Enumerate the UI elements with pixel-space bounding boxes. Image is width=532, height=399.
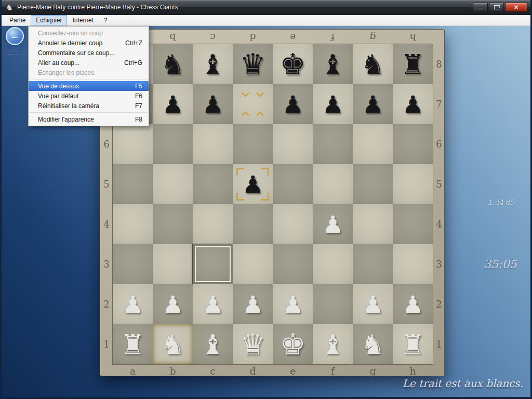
maximize-icon [494,5,499,9]
square-h1[interactable]: ♜ [393,324,433,364]
square-b4[interactable] [153,204,193,244]
square-f1[interactable]: ♝ [313,324,353,364]
back-button[interactable]: ← [6,27,24,45]
square-b3[interactable] [153,244,193,284]
black-pawn: ♟ [282,92,303,116]
rank-label-5: 5 [433,164,445,204]
square-d6[interactable] [233,124,273,164]
square-a3[interactable] [113,244,153,284]
menubar: PartieEchiquierInternet? [2,15,530,26]
square-b1[interactable]: ♞ [153,324,193,364]
rank-label-8: 8 [433,44,445,84]
menu-item-annuler-le-dernier-coup[interactable]: Annuler le dernier coupCtrl+Z [29,38,149,48]
menu-item-reinitialiser-la-camera[interactable]: Réinitialiser la caméraF7 [29,101,149,111]
menu-item-label: Modifier l'apparence [38,116,128,123]
rank-labels-right: 87654321 [433,44,445,364]
menu-item-label: Vue par défaut [38,92,128,100]
rank-label-4: 4 [433,204,445,244]
file-label-d: d [233,31,273,43]
white-rook: ♜ [121,331,145,358]
square-c5[interactable] [193,164,233,204]
square-d3[interactable] [233,244,273,284]
square-d4[interactable] [233,204,273,244]
square-c6[interactable] [193,124,233,164]
square-b6[interactable] [153,124,193,164]
square-h2[interactable]: ♟ [393,284,433,324]
square-f6[interactable] [313,124,353,164]
menubar-item-partie[interactable]: Partie [4,15,31,25]
square-c4[interactable] [193,204,233,244]
menu-item-label: Conseillez-moi un coup [38,30,135,37]
menubar-item-echiquier[interactable]: Echiquier [31,15,67,25]
last-move-marker [236,193,244,201]
square-a6[interactable] [113,124,153,164]
square-a2[interactable]: ♟ [113,284,153,324]
square-e7[interactable]: ♟ [273,84,313,124]
square-h5[interactable] [393,164,433,204]
square-c7[interactable]: ♟ [193,84,233,124]
square-f2[interactable] [313,284,353,324]
square-f3[interactable] [313,244,353,284]
echiquier-menu: Conseillez-moi un coupAnnuler le dernier… [28,26,149,126]
square-e6[interactable] [273,124,313,164]
menu-item-vue-par-defaut[interactable]: Vue par défautF6 [29,91,149,101]
square-g1[interactable]: ♞ [353,324,393,364]
square-d8[interactable]: ♛ [233,44,273,84]
square-g3[interactable] [353,244,393,284]
square-h8[interactable]: ♜ [393,44,433,84]
close-button[interactable]: × [505,3,527,12]
square-e8[interactable]: ♚ [273,44,313,84]
square-c8[interactable]: ♝ [193,44,233,84]
rank-label-2: 2 [433,284,445,324]
menubar-item-internet[interactable]: Internet [67,15,99,25]
square-g8[interactable]: ♞ [353,44,393,84]
square-g4[interactable] [353,204,393,244]
menu-item-aller-au-coup[interactable]: Aller au coup...Ctrl+G [29,58,149,68]
square-c3[interactable] [193,244,233,284]
square-e1[interactable]: ♚ [273,324,313,364]
menubar-item-help[interactable]: ? [99,15,113,25]
square-f5[interactable] [313,164,353,204]
menu-item-vue-de-dessus[interactable]: Vue de dessusF5 [29,81,149,91]
square-g7[interactable]: ♟ [353,84,393,124]
file-label-b: b [153,31,193,43]
menu-item-commentaire-sur-ce-coup[interactable]: Commentaire sur ce coup... [29,48,149,58]
square-e2[interactable]: ♟ [273,284,313,324]
maximize-button[interactable] [489,3,504,12]
square-b8[interactable]: ♞ [153,44,193,84]
clock: 35:05 [484,258,516,271]
square-b7[interactable]: ♟ [153,84,193,124]
menu-item-modifier-l-apparence[interactable]: Modifier l'apparenceF8 [29,114,149,124]
rank-label-6: 6 [100,124,113,164]
square-f7[interactable]: ♟ [313,84,353,124]
rank-label-6: 6 [433,124,445,164]
square-d2[interactable]: ♟ [233,284,273,324]
square-e5[interactable] [273,164,313,204]
square-a1[interactable]: ♜ [113,324,153,364]
square-d7[interactable] [233,84,273,124]
square-e4[interactable] [273,204,313,244]
square-g5[interactable] [353,164,393,204]
square-f8[interactable]: ♝ [313,44,353,84]
last-move-marker [236,168,244,176]
titlebar[interactable]: ♞ Pierre-Marie Baty contre Pierre-Marie … [2,0,530,15]
square-h4[interactable] [393,204,433,244]
square-b2[interactable]: ♟ [153,284,193,324]
square-c1[interactable]: ♝ [193,324,233,364]
square-h6[interactable] [393,124,433,164]
square-c2[interactable]: ♟ [193,284,233,324]
square-d5[interactable]: ♟ [233,164,273,204]
square-f4[interactable]: ♟ [313,204,353,244]
minimize-button[interactable]: – [473,3,488,12]
square-h3[interactable] [393,244,433,284]
square-e3[interactable] [273,244,313,284]
menu-item-conseillez-moi-un-coup: Conseillez-moi un coup [29,28,149,38]
square-h7[interactable]: ♟ [393,84,433,124]
square-g6[interactable] [353,124,393,164]
square-g2[interactable]: ♟ [353,284,393,324]
square-d1[interactable]: ♛ [233,324,273,364]
square-a5[interactable] [113,164,153,204]
square-a4[interactable] [113,204,153,244]
menu-item-label: Annuler le dernier coup [38,39,118,47]
square-b5[interactable] [153,164,193,204]
